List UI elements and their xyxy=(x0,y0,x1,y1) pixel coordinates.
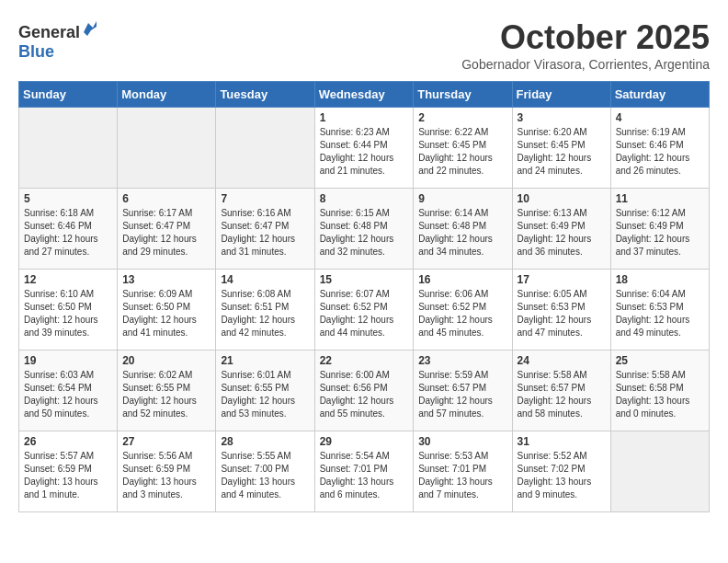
day-number: 2 xyxy=(418,111,506,124)
day-number: 12 xyxy=(24,273,112,286)
weekday-header-monday: Monday xyxy=(118,82,216,108)
day-number: 7 xyxy=(221,192,309,205)
calendar-cell: 19Sunrise: 6:03 AM Sunset: 6:54 PM Dayli… xyxy=(19,350,118,431)
calendar-cell: 3Sunrise: 6:20 AM Sunset: 6:45 PM Daylig… xyxy=(512,108,610,189)
title-area: October 2025 Gobernador Virasora, Corrie… xyxy=(461,18,710,72)
day-info: Sunrise: 6:20 AM Sunset: 6:45 PM Dayligh… xyxy=(518,126,606,178)
day-number: 27 xyxy=(122,435,210,448)
calendar-cell: 5Sunrise: 6:18 AM Sunset: 6:46 PM Daylig… xyxy=(19,189,118,270)
calendar-cell: 14Sunrise: 6:08 AM Sunset: 6:51 PM Dayli… xyxy=(216,270,314,350)
calendar-cell: 8Sunrise: 6:15 AM Sunset: 6:48 PM Daylig… xyxy=(314,189,414,270)
day-number: 26 xyxy=(24,435,112,448)
calendar-cell: 21Sunrise: 6:01 AM Sunset: 6:55 PM Dayli… xyxy=(216,350,314,431)
day-info: Sunrise: 6:02 AM Sunset: 6:55 PM Dayligh… xyxy=(122,369,210,420)
day-info: Sunrise: 5:56 AM Sunset: 6:59 PM Dayligh… xyxy=(122,450,210,501)
day-info: Sunrise: 6:03 AM Sunset: 6:54 PM Dayligh… xyxy=(24,369,112,420)
day-number: 31 xyxy=(518,435,606,448)
calendar-cell: 23Sunrise: 5:59 AM Sunset: 6:57 PM Dayli… xyxy=(414,350,512,431)
day-number: 30 xyxy=(418,435,506,448)
day-number: 17 xyxy=(518,273,606,286)
day-info: Sunrise: 6:15 AM Sunset: 6:48 PM Dayligh… xyxy=(320,207,409,259)
day-number: 22 xyxy=(320,354,409,367)
day-info: Sunrise: 6:16 AM Sunset: 6:47 PM Dayligh… xyxy=(221,207,309,259)
calendar-cell: 30Sunrise: 5:53 AM Sunset: 7:01 PM Dayli… xyxy=(414,431,512,512)
calendar-cell: 7Sunrise: 6:16 AM Sunset: 6:47 PM Daylig… xyxy=(216,189,314,270)
weekday-header-wednesday: Wednesday xyxy=(314,82,414,108)
day-info: Sunrise: 6:19 AM Sunset: 6:46 PM Dayligh… xyxy=(616,126,704,178)
weekday-header-thursday: Thursday xyxy=(414,82,512,108)
calendar-cell: 10Sunrise: 6:13 AM Sunset: 6:49 PM Dayli… xyxy=(512,189,610,270)
calendar-cell: 25Sunrise: 5:58 AM Sunset: 6:58 PM Dayli… xyxy=(610,350,709,431)
day-info: Sunrise: 5:52 AM Sunset: 7:02 PM Dayligh… xyxy=(518,450,606,501)
day-number: 11 xyxy=(616,192,704,205)
day-number: 20 xyxy=(122,354,210,367)
day-info: Sunrise: 6:14 AM Sunset: 6:48 PM Dayligh… xyxy=(418,207,506,259)
calendar-week-row: 26Sunrise: 5:57 AM Sunset: 6:59 PM Dayli… xyxy=(19,431,710,512)
day-number: 9 xyxy=(418,192,506,205)
day-number: 3 xyxy=(518,111,606,124)
calendar-cell: 28Sunrise: 5:55 AM Sunset: 7:00 PM Dayli… xyxy=(216,431,314,512)
calendar-cell: 13Sunrise: 6:09 AM Sunset: 6:50 PM Dayli… xyxy=(118,270,216,350)
day-number: 24 xyxy=(518,354,606,367)
calendar-cell: 12Sunrise: 6:10 AM Sunset: 6:50 PM Dayli… xyxy=(19,270,118,350)
day-info: Sunrise: 6:09 AM Sunset: 6:50 PM Dayligh… xyxy=(122,288,210,339)
calendar-cell: 27Sunrise: 5:56 AM Sunset: 6:59 PM Dayli… xyxy=(118,431,216,512)
day-number: 25 xyxy=(616,354,704,367)
svg-marker-0 xyxy=(84,21,97,36)
location-title: Gobernador Virasora, Corrientes, Argenti… xyxy=(461,57,710,72)
calendar-table: SundayMondayTuesdayWednesdayThursdayFrid… xyxy=(18,81,710,512)
calendar-week-row: 5Sunrise: 6:18 AM Sunset: 6:46 PM Daylig… xyxy=(19,189,710,270)
calendar-cell: 1Sunrise: 6:23 AM Sunset: 6:44 PM Daylig… xyxy=(314,108,414,189)
calendar-cell: 18Sunrise: 6:04 AM Sunset: 6:53 PM Dayli… xyxy=(610,270,709,350)
day-info: Sunrise: 6:06 AM Sunset: 6:52 PM Dayligh… xyxy=(418,288,506,339)
calendar-cell xyxy=(216,108,314,189)
day-number: 14 xyxy=(221,273,309,286)
calendar-cell: 2Sunrise: 6:22 AM Sunset: 6:45 PM Daylig… xyxy=(414,108,512,189)
day-info: Sunrise: 6:23 AM Sunset: 6:44 PM Dayligh… xyxy=(320,126,409,178)
day-info: Sunrise: 5:53 AM Sunset: 7:01 PM Dayligh… xyxy=(418,450,506,501)
day-info: Sunrise: 6:08 AM Sunset: 6:51 PM Dayligh… xyxy=(221,288,309,339)
day-info: Sunrise: 6:05 AM Sunset: 6:53 PM Dayligh… xyxy=(518,288,606,339)
logo-general-text: General xyxy=(18,23,80,41)
day-number: 10 xyxy=(518,192,606,205)
day-info: Sunrise: 5:59 AM Sunset: 6:57 PM Dayligh… xyxy=(418,369,506,420)
calendar-week-row: 19Sunrise: 6:03 AM Sunset: 6:54 PM Dayli… xyxy=(19,350,710,431)
day-number: 19 xyxy=(24,354,112,367)
calendar-cell: 24Sunrise: 5:58 AM Sunset: 6:57 PM Dayli… xyxy=(512,350,610,431)
day-number: 28 xyxy=(221,435,309,448)
month-title: October 2025 xyxy=(461,18,710,57)
calendar-cell: 4Sunrise: 6:19 AM Sunset: 6:46 PM Daylig… xyxy=(610,108,709,189)
calendar-cell: 31Sunrise: 5:52 AM Sunset: 7:02 PM Dayli… xyxy=(512,431,610,512)
calendar-week-row: 1Sunrise: 6:23 AM Sunset: 6:44 PM Daylig… xyxy=(19,108,710,189)
day-info: Sunrise: 6:01 AM Sunset: 6:55 PM Dayligh… xyxy=(221,369,309,420)
weekday-header-row: SundayMondayTuesdayWednesdayThursdayFrid… xyxy=(19,82,710,108)
weekday-header-sunday: Sunday xyxy=(19,82,118,108)
weekday-header-tuesday: Tuesday xyxy=(216,82,314,108)
logo-bird-icon xyxy=(80,19,97,36)
calendar-cell: 29Sunrise: 5:54 AM Sunset: 7:01 PM Dayli… xyxy=(314,431,414,512)
day-number: 5 xyxy=(24,192,112,205)
day-info: Sunrise: 5:55 AM Sunset: 7:00 PM Dayligh… xyxy=(221,450,309,501)
calendar-cell: 11Sunrise: 6:12 AM Sunset: 6:49 PM Dayli… xyxy=(610,189,709,270)
day-info: Sunrise: 5:57 AM Sunset: 6:59 PM Dayligh… xyxy=(24,450,112,501)
day-info: Sunrise: 6:12 AM Sunset: 6:49 PM Dayligh… xyxy=(616,207,704,259)
day-number: 8 xyxy=(320,192,409,205)
calendar-cell: 22Sunrise: 6:00 AM Sunset: 6:56 PM Dayli… xyxy=(314,350,414,431)
calendar-cell xyxy=(118,108,216,189)
day-number: 23 xyxy=(418,354,506,367)
day-info: Sunrise: 6:07 AM Sunset: 6:52 PM Dayligh… xyxy=(320,288,409,339)
logo: General Blue xyxy=(18,23,80,62)
day-number: 1 xyxy=(320,111,409,124)
day-info: Sunrise: 6:13 AM Sunset: 6:49 PM Dayligh… xyxy=(518,207,606,259)
day-info: Sunrise: 6:22 AM Sunset: 6:45 PM Dayligh… xyxy=(418,126,506,178)
day-number: 29 xyxy=(320,435,409,448)
header: General Blue October 2025 Gobernador Vir… xyxy=(18,18,710,72)
day-info: Sunrise: 5:54 AM Sunset: 7:01 PM Dayligh… xyxy=(320,450,409,501)
day-number: 21 xyxy=(221,354,309,367)
calendar-cell xyxy=(610,431,709,512)
day-number: 18 xyxy=(616,273,704,286)
day-info: Sunrise: 6:17 AM Sunset: 6:47 PM Dayligh… xyxy=(122,207,210,259)
day-info: Sunrise: 6:10 AM Sunset: 6:50 PM Dayligh… xyxy=(24,288,112,339)
calendar-cell: 6Sunrise: 6:17 AM Sunset: 6:47 PM Daylig… xyxy=(118,189,216,270)
calendar-cell: 16Sunrise: 6:06 AM Sunset: 6:52 PM Dayli… xyxy=(414,270,512,350)
